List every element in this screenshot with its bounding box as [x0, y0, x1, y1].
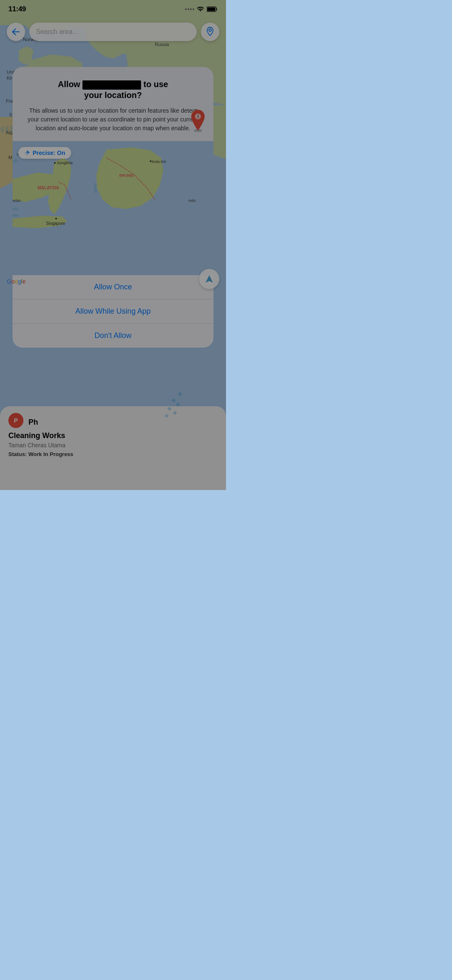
modal-overlay — [0, 0, 226, 490]
